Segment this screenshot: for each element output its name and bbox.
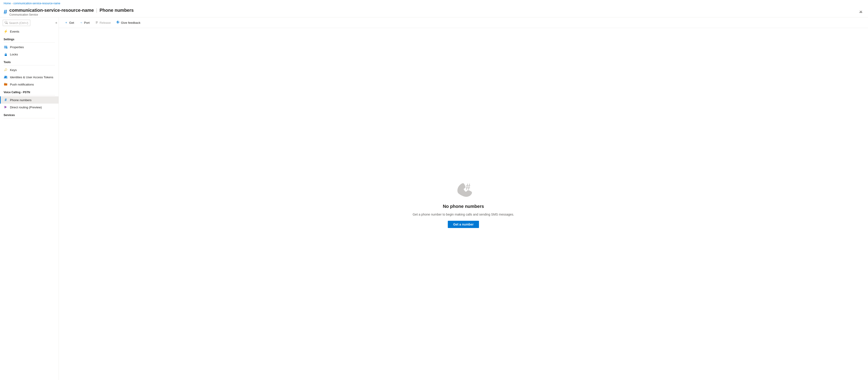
- tools-divider: [4, 65, 55, 65]
- voice-divider: [4, 95, 55, 95]
- phone-numbers-icon: #: [4, 98, 8, 102]
- svg-text:#: #: [466, 182, 470, 192]
- svg-point-10: [117, 21, 118, 22]
- settings-section-label: Settings: [0, 35, 59, 42]
- get-icon: ＋: [65, 21, 68, 25]
- svg-rect-8: [4, 84, 7, 84]
- sidebar-item-label: Direct routing (Preview): [10, 106, 42, 109]
- sidebar-item-label: Keys: [10, 68, 17, 72]
- resource-type: Communication Service: [9, 13, 857, 16]
- keys-icon: [4, 68, 8, 72]
- empty-state-icon: #: [454, 180, 472, 198]
- sidebar-item-direct-routing[interactable]: Direct routing (Preview): [0, 104, 59, 111]
- properties-icon: [4, 45, 8, 49]
- resource-icon: #: [4, 9, 7, 15]
- svg-rect-4: [4, 54, 6, 56]
- svg-rect-2: [4, 48, 6, 48]
- empty-state-subtitle: Get a phone number to begin making calls…: [412, 213, 514, 216]
- svg-point-6: [6, 76, 7, 77]
- sidebar-item-push[interactable]: Push notifications: [0, 81, 59, 88]
- sidebar-item-events[interactable]: ⚡ Events: [0, 28, 59, 35]
- sidebar-item-keys[interactable]: Keys: [0, 66, 59, 74]
- port-icon: →: [80, 21, 83, 24]
- tools-section-label: Tools: [0, 58, 59, 65]
- search-bar[interactable]: Search (Ctrl+/): [3, 20, 30, 26]
- release-label: Release: [100, 21, 111, 24]
- sidebar-item-identities[interactable]: Identities & User Access Tokens: [0, 74, 59, 81]
- title-bar: # communication-service-resource-name | …: [0, 7, 868, 18]
- sidebar-item-label: Identities & User Access Tokens: [10, 76, 53, 79]
- breadcrumb-resource[interactable]: communication-service-resource-name: [13, 2, 60, 5]
- release-button[interactable]: Release: [93, 20, 113, 26]
- page-title: communication-service-resource-name | Ph…: [9, 8, 857, 13]
- toolbar: ＋ Get → Port Release: [59, 18, 868, 28]
- locks-icon: [4, 52, 8, 56]
- empty-state: # No phone numbers Get a phone number to…: [59, 28, 868, 380]
- sidebar-item-label: Properties: [10, 46, 24, 49]
- services-section-label: Services: [0, 111, 59, 118]
- sidebar-item-label: Events: [10, 30, 19, 33]
- feedback-icon: [116, 21, 120, 25]
- page-name: Phone numbers: [99, 8, 133, 13]
- feedback-button[interactable]: Give feedback: [114, 19, 143, 26]
- search-icon: [5, 21, 8, 25]
- release-icon: [95, 21, 98, 25]
- close-button[interactable]: ✕: [857, 8, 864, 16]
- breadcrumb-home[interactable]: Home: [4, 2, 11, 5]
- sidebar-item-locks[interactable]: Locks: [0, 51, 59, 58]
- sidebar-item-label: Phone numbers: [10, 98, 31, 102]
- voice-section-label: Voice Calling - PSTN: [0, 88, 59, 95]
- get-button[interactable]: ＋ Get: [62, 19, 76, 26]
- port-label: Port: [84, 21, 90, 24]
- get-number-button[interactable]: Get a number: [448, 221, 479, 228]
- direct-routing-icon: [4, 105, 8, 109]
- svg-rect-1: [4, 47, 7, 47]
- breadcrumb: Home › communication-service-resource-na…: [0, 0, 868, 7]
- body-layout: Search (Ctrl+/) « ⚡ Events Settings Prop…: [0, 18, 868, 380]
- sidebar-item-label: Locks: [10, 53, 18, 56]
- sidebar-item-label: Push notifications: [10, 83, 34, 86]
- svg-point-5: [4, 76, 6, 77]
- empty-state-title: No phone numbers: [443, 204, 484, 209]
- title-divider: |: [96, 8, 97, 13]
- breadcrumb-separator: ›: [12, 2, 12, 5]
- phone-hash-graphic: #: [454, 180, 472, 198]
- sidebar-item-phone-numbers[interactable]: # Phone numbers: [0, 96, 59, 104]
- settings-divider: [4, 42, 55, 42]
- sidebar: Search (Ctrl+/) « ⚡ Events Settings Prop…: [0, 18, 59, 380]
- svg-rect-0: [4, 46, 7, 47]
- search-placeholder: Search (Ctrl+/): [9, 21, 28, 25]
- feedback-label: Give feedback: [121, 21, 141, 24]
- get-label: Get: [69, 21, 74, 24]
- title-block: communication-service-resource-name | Ph…: [9, 8, 857, 16]
- events-icon: ⚡: [4, 29, 8, 33]
- svg-point-3: [6, 48, 7, 49]
- services-divider: [4, 118, 55, 118]
- identities-icon: [4, 75, 8, 79]
- collapse-sidebar-button[interactable]: «: [54, 20, 59, 25]
- main-content: ＋ Get → Port Release: [59, 18, 868, 380]
- port-button[interactable]: → Port: [77, 20, 92, 26]
- push-icon: [4, 82, 8, 86]
- sidebar-item-properties[interactable]: Properties: [0, 43, 59, 51]
- resource-name: communication-service-resource-name: [9, 8, 94, 13]
